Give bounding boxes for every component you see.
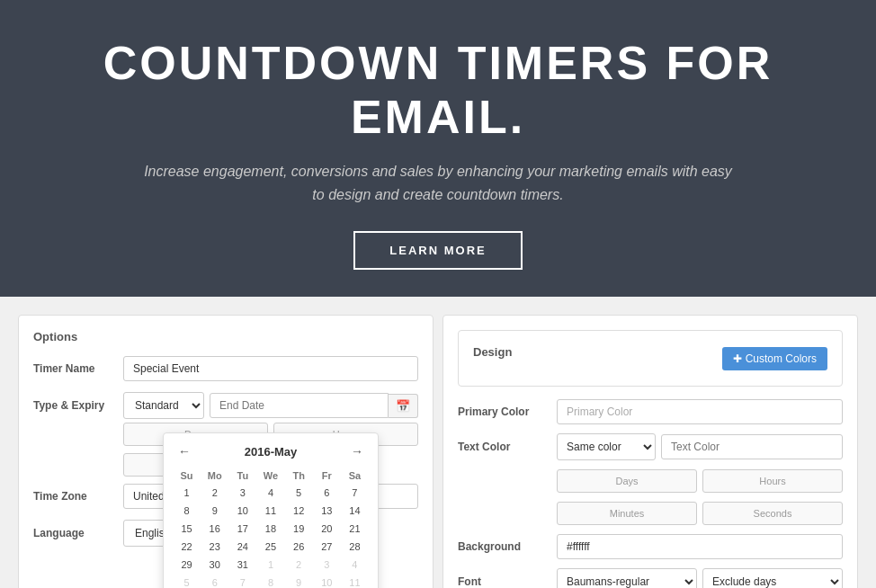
design-days-box: Days (557, 469, 697, 493)
calendar-day[interactable]: 23 (201, 538, 228, 556)
primary-color-label: Primary Color (458, 405, 557, 418)
calendar-day[interactable]: 6 (313, 484, 341, 502)
calendar-prev-button[interactable]: ← (173, 442, 196, 460)
hero-subtitle: Increase engagement, conversions and sal… (18, 160, 858, 206)
design-seconds-box: Seconds (702, 502, 843, 525)
main-area: Options Timer Name Type & Expiry Standar… (0, 297, 876, 588)
subtitle-line1: Increase engagement, conversions and sal… (144, 164, 732, 179)
calendar-day-header: Sa (341, 468, 369, 484)
calendar-day[interactable]: 5 (173, 574, 201, 588)
calendar-day[interactable]: 30 (201, 556, 228, 574)
calendar-month-year: 2016-May (245, 445, 298, 459)
learn-more-button[interactable]: LEARN MORE (353, 231, 522, 270)
calendar-day[interactable]: 7 (341, 484, 369, 502)
design-minutes-box: Minutes (557, 502, 697, 525)
calendar-day[interactable]: 16 (201, 520, 228, 538)
calendar-day[interactable]: 8 (173, 502, 201, 520)
calendar-grid: SuMoTuWeThFrSa 1234567891011121314151617… (173, 468, 369, 588)
calendar-button[interactable]: 📅 (389, 394, 418, 418)
calendar-day-header: Tu (228, 468, 256, 484)
design-panel-title: Design (473, 345, 512, 359)
calendar-day[interactable]: 25 (256, 538, 284, 556)
subtitle-line2: to design and create countdown timers. (312, 187, 563, 202)
hero-title: COUNTDOWN TIMERS FOR EMAIL. (18, 36, 858, 144)
calendar-day[interactable]: 10 (228, 502, 256, 520)
design-panel-header: Design ✚ Custom Colors (458, 330, 843, 387)
calendar-day[interactable]: 28 (341, 538, 369, 556)
calendar-day[interactable]: 1 (173, 484, 201, 502)
background-input[interactable] (557, 534, 843, 559)
calendar-day[interactable]: 17 (228, 520, 256, 538)
type-select[interactable]: Standard (123, 392, 204, 419)
language-label: Language (33, 527, 123, 539)
end-date-input[interactable] (210, 393, 389, 418)
exclude-days-select[interactable]: Exclude days (702, 568, 843, 588)
calendar-day[interactable]: 27 (313, 538, 341, 556)
design-hours-box: Hours (702, 469, 843, 493)
calendar-day-header: We (256, 468, 284, 484)
design-time-boxes-row2: Minutes Seconds (557, 502, 843, 525)
calendar-day[interactable]: 13 (313, 502, 341, 520)
custom-colors-label: Custom Colors (746, 352, 817, 365)
calendar-day[interactable]: 8 (256, 574, 284, 588)
font-row: Font Baumans-regular Exclude days (458, 568, 843, 588)
calendar-day[interactable]: 3 (313, 556, 341, 574)
calendar-day[interactable]: 4 (256, 484, 284, 502)
calendar-day[interactable]: 11 (256, 502, 284, 520)
calendar-day[interactable]: 11 (341, 574, 369, 588)
calendar-day[interactable]: 19 (285, 520, 313, 538)
text-color-row: Text Color Same color (458, 433, 843, 460)
calendar-header: ← 2016-May → (173, 442, 369, 460)
end-date-wrapper: 📅 (210, 393, 418, 418)
calendar-day[interactable]: 31 (228, 556, 256, 574)
hero-section: COUNTDOWN TIMERS FOR EMAIL. Increase eng… (0, 0, 876, 297)
calendar-day[interactable]: 18 (256, 520, 284, 538)
type-expiry-row: Type & Expiry Standard 📅 (33, 392, 418, 419)
calendar-day-header: Mo (201, 468, 228, 484)
custom-colors-button[interactable]: ✚ Custom Colors (722, 347, 827, 370)
calendar-day[interactable]: 26 (285, 538, 313, 556)
calendar-day[interactable]: 2 (285, 556, 313, 574)
calendar-day[interactable]: 7 (228, 574, 256, 588)
font-controls: Baumans-regular Exclude days (557, 568, 843, 588)
calendar-day[interactable]: 24 (228, 538, 256, 556)
calendar-day[interactable]: 21 (341, 520, 369, 538)
type-expiry-label: Type & Expiry (33, 399, 123, 412)
calendar-day[interactable]: 3 (228, 484, 256, 502)
calendar-day[interactable]: 1 (256, 556, 284, 574)
plus-icon: ✚ (733, 352, 742, 365)
calendar-day[interactable]: 2 (201, 484, 228, 502)
design-time-boxes-row1: Days Hours (557, 469, 843, 493)
calendar-day[interactable]: 9 (285, 574, 313, 588)
text-color-label: Text Color (458, 441, 557, 453)
calendar-day[interactable]: 10 (313, 574, 341, 588)
calendar-day[interactable]: 12 (285, 502, 313, 520)
calendar-day-header: Th (285, 468, 313, 484)
calendar-day[interactable]: 4 (341, 556, 369, 574)
design-panel: Design ✚ Custom Colors Primary Color Tex… (442, 315, 858, 588)
calendar-day[interactable]: 22 (173, 538, 201, 556)
calendar-day[interactable]: 5 (285, 484, 313, 502)
timer-name-row: Timer Name (33, 356, 418, 381)
calendar-next-button[interactable]: → (345, 442, 369, 460)
timer-name-input[interactable] (123, 356, 418, 381)
calendar-day[interactable]: 15 (173, 520, 201, 538)
text-color-input[interactable] (661, 434, 843, 459)
text-color-select[interactable]: Same color (557, 433, 656, 460)
calendar-day[interactable]: 9 (201, 502, 228, 520)
background-row: Background (458, 534, 843, 559)
calendar-day[interactable]: 20 (313, 520, 341, 538)
timezone-label: Time Zone (33, 490, 123, 503)
background-label: Background (458, 540, 557, 553)
primary-color-input[interactable] (557, 399, 843, 424)
calendar-day[interactable]: 14 (341, 502, 369, 520)
text-color-controls: Same color (557, 433, 843, 460)
calendar-day-header: Fr (313, 468, 341, 484)
primary-color-row: Primary Color (458, 399, 843, 424)
font-select[interactable]: Baumans-regular (557, 568, 697, 588)
options-panel-title: Options (33, 330, 418, 343)
calendar-day[interactable]: 29 (173, 556, 201, 574)
calendar-day[interactable]: 6 (201, 574, 228, 588)
calendar-day-header: Su (173, 468, 201, 484)
font-label: Font (458, 575, 557, 588)
